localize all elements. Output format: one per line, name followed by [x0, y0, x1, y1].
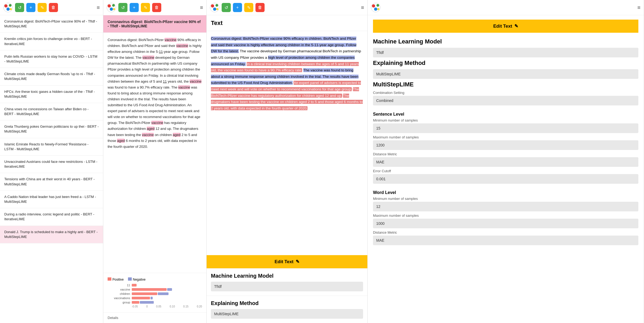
highlight-vaccine-4: vaccine	[190, 79, 202, 83]
list-item[interactable]: Greta Thunberg pokes German politicians …	[0, 120, 103, 138]
edit-button-3[interactable]: ✎	[244, 3, 253, 12]
add-button-2[interactable]: +	[130, 3, 139, 12]
chart-body: 11 vaccine children vacci	[108, 284, 202, 308]
p4-word-min-input[interactable]	[373, 202, 638, 211]
chart-row-vaccinations: vaccinations	[109, 296, 202, 300]
explaining-method-input[interactable]	[211, 309, 363, 319]
p4-combination-input[interactable]	[373, 96, 638, 105]
svg-point-18	[374, 8, 377, 11]
menu-button-2[interactable]: ≡	[200, 5, 203, 11]
bar-positive	[132, 292, 157, 295]
svg-point-2	[9, 4, 12, 7]
bar-positive	[132, 288, 167, 291]
edit-text-button[interactable]: Edit Text ✎	[207, 255, 367, 268]
p4-word-distance-input[interactable]	[373, 236, 638, 245]
bar-negative	[140, 301, 154, 304]
chart-row-group: group	[109, 301, 202, 304]
svg-point-17	[376, 4, 379, 7]
highlight-vaccine-6: vaccine	[151, 121, 163, 125]
legend-positive	[108, 277, 111, 281]
edit-button-2[interactable]: ✎	[141, 3, 150, 12]
list-item[interactable]: A Caddo Nation tribal leader has just be…	[0, 191, 103, 208]
bar-positive	[132, 301, 139, 304]
text-section-header: Text	[207, 15, 367, 31]
p4-ml-model-input[interactable]	[373, 48, 638, 57]
p4-sentence-min-label: Minimum number of samples	[373, 118, 638, 122]
toolbar-1: ↺ + ✎ 🗑 ≡	[0, 0, 103, 15]
list-item[interactable]: Climate crisis made deadly German floods…	[0, 68, 103, 85]
list-item[interactable]: Donald J. Trump is scheduled to make a h…	[0, 226, 103, 243]
toolbar-3: ↺ + ✎ 🗑 ≡	[207, 0, 367, 15]
settings-inner: Edit Text ✎ Machine Learning Model Expla…	[368, 15, 644, 252]
p4-word-distance-label: Distance Metric	[373, 230, 638, 234]
bar-negative	[151, 297, 153, 299]
svg-point-13	[213, 8, 216, 11]
chart-legend: Positive Negative	[108, 277, 202, 281]
panel-text-view: ↺ + ✎ 🗑 ≡ Text Coronavirus digest: BioNT…	[207, 0, 368, 323]
explaining-method-section: Explaining Method	[207, 296, 367, 323]
details-link[interactable]: Details	[103, 312, 206, 323]
list-item[interactable]: Kremlin critics join forces to challenge…	[0, 33, 103, 50]
refresh-button-2[interactable]: ↺	[118, 3, 127, 12]
svg-point-9	[113, 8, 115, 10]
p4-word-min-label: Minimum number of samples	[373, 197, 638, 201]
toolbar-4: ≡	[368, 0, 644, 15]
highlight-vaccine-2: vaccine	[176, 44, 188, 48]
refresh-button-3[interactable]: ↺	[222, 3, 231, 12]
menu-button[interactable]: ≡	[97, 5, 100, 11]
p4-sentence-max-input[interactable]	[373, 140, 638, 150]
p4-sentence-error-input[interactable]	[373, 174, 638, 184]
highlight-vaccine-7: vaccine	[142, 133, 154, 137]
logo-icon	[3, 3, 13, 12]
delete-button-3[interactable]: 🗑	[255, 3, 265, 12]
menu-button-3[interactable]: ≡	[361, 5, 364, 11]
p4-sentence-min-input[interactable]	[373, 123, 638, 133]
logo-icon-4	[371, 3, 380, 12]
refresh-button[interactable]: ↺	[15, 3, 24, 12]
panel-settings: ≡ Edit Text ✎ Machine Learning Model Exp…	[368, 0, 644, 323]
svg-point-12	[215, 4, 218, 7]
highlight-vaccine-1: vaccine	[164, 38, 176, 42]
edit-button[interactable]: ✎	[38, 3, 47, 12]
text-body: Coronavirus digest: BioNTech-Pfizer vacc…	[207, 31, 367, 255]
bar-positive	[132, 284, 137, 287]
p4-word-level-title: Word Level	[373, 190, 638, 195]
p4-multisteplime-title: MultiStepLIME	[373, 81, 638, 88]
list-item[interactable]: During a radio interview, comic legend a…	[0, 208, 103, 226]
edit-text-button-top[interactable]: Edit Text ✎	[373, 20, 638, 33]
highlight-aged-1: aged	[147, 127, 155, 131]
list-item[interactable]: China vows no concessions on Taiwan afte…	[0, 103, 103, 120]
p4-explaining-input[interactable]	[373, 69, 638, 79]
list-item[interactable]: Putin tells Russian workers to stay home…	[0, 50, 103, 68]
delete-button-2[interactable]: 🗑	[152, 3, 161, 12]
menu-button-4[interactable]: ≡	[637, 5, 641, 11]
ml-model-label: Machine Learning Model	[211, 273, 363, 279]
legend-negative	[128, 277, 132, 281]
svg-point-19	[377, 8, 379, 10]
chart-row-children: children	[109, 292, 202, 295]
svg-point-8	[110, 8, 113, 11]
list-item[interactable]: Tensions with China are at their worst i…	[0, 173, 103, 190]
svg-point-1	[4, 4, 8, 8]
delete-button[interactable]: 🗑	[49, 3, 58, 12]
add-button-3[interactable]: +	[233, 3, 242, 12]
list-item[interactable]: Coronavirus digest: BioNTech-Pfizer vacc…	[0, 15, 103, 33]
highlight-vaccine-5: vaccine	[178, 85, 190, 89]
chart-section: Positive Negative 11 vaccine children	[103, 273, 206, 312]
highlight-aged-2: aged	[173, 133, 181, 137]
chart-row-11: 11	[109, 284, 202, 287]
ml-model-input[interactable]	[211, 282, 363, 291]
svg-point-11	[211, 4, 214, 8]
list-item[interactable]: Unvaccinated Austrians could face new re…	[0, 156, 103, 173]
list-item[interactable]: HFCs: Are these toxic gases a hidden cau…	[0, 86, 103, 103]
legend-negative-label: Negative	[133, 278, 145, 281]
bar-positive	[132, 297, 150, 299]
logo-icon-3	[210, 3, 219, 12]
p4-sentence-level-title: Sentence Level	[373, 112, 638, 117]
add-button[interactable]: +	[26, 3, 35, 12]
chart-axis: -0.0500.050.100.150.20	[109, 305, 202, 308]
p4-sentence-distance-input[interactable]	[373, 157, 638, 167]
p4-word-max-input[interactable]	[373, 219, 638, 228]
svg-point-6	[108, 4, 111, 8]
list-item[interactable]: Islamic Emirate Reacts to Newly-Formed '…	[0, 138, 103, 156]
